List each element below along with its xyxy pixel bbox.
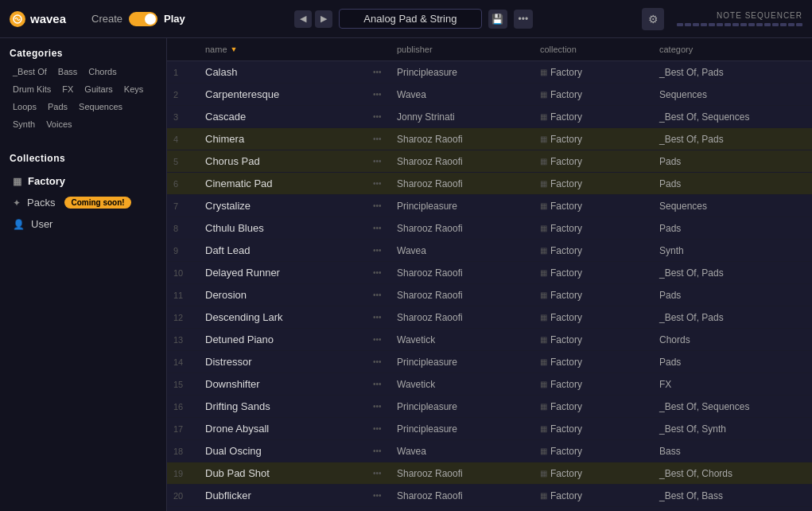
th-name[interactable]: name ▼ (199, 45, 367, 54)
seq-dot (709, 23, 715, 26)
category-tag[interactable]: Bass (55, 65, 80, 78)
row-more-button[interactable]: ••• (367, 423, 390, 435)
category-tag[interactable]: FX (59, 83, 76, 96)
category-tag[interactable]: Synth (10, 118, 38, 131)
row-more-button[interactable]: ••• (367, 356, 390, 368)
table-row[interactable]: 11 Derosion ••• Sharooz Raoofi ▦Factory … (167, 284, 812, 306)
packs-icon: ✦ (13, 197, 21, 209)
row-more-button[interactable]: ••• (367, 133, 390, 145)
table-row[interactable]: 12 Descending Lark ••• Sharooz Raoofi ▦F… (167, 306, 812, 329)
table-row[interactable]: 16 Drifting Sands ••• Principleasure ▦Fa… (167, 396, 812, 418)
seq-dot (780, 23, 787, 26)
table-row[interactable]: 7 Crystalize ••• Principleasure ▦Factory… (167, 195, 812, 217)
table-row[interactable]: 4 Chimera ••• Sharooz Raoofi ▦Factory _B… (167, 128, 812, 150)
category-tag[interactable]: Drum Kits (10, 83, 54, 96)
table-row[interactable]: 1 Calash ••• Principleasure ▦Factory _Be… (167, 61, 812, 84)
row-more-button[interactable]: ••• (367, 66, 390, 78)
category-tag[interactable]: _Best Of (10, 65, 50, 78)
collection-item-packs[interactable]: ✦PacksComing soon! (10, 192, 157, 213)
table-row[interactable]: 20 Dubflicker ••• Sharooz Raoofi ▦Factor… (167, 485, 812, 507)
collection-icon: ▦ (540, 157, 547, 166)
table-row[interactable]: 3 Cascade ••• Jonny Strinati ▦Factory _B… (167, 106, 812, 128)
row-more-button[interactable]: ••• (367, 378, 390, 390)
row-more-button[interactable]: ••• (367, 400, 390, 412)
more-options-button[interactable]: ••• (514, 10, 533, 29)
row-category: Pads (653, 177, 812, 189)
row-collection: ▦Factory (534, 177, 653, 189)
seq-dot (701, 23, 707, 26)
row-number: 16 (167, 400, 199, 412)
table-row[interactable]: 5 Chorus Pad ••• Sharooz Raoofi ▦Factory… (167, 150, 812, 173)
table-row[interactable]: 14 Distressor ••• Principleasure ▦Factor… (167, 351, 812, 373)
row-more-button[interactable]: ••• (367, 445, 390, 457)
category-tag[interactable]: Loops (10, 100, 40, 113)
table-row[interactable]: 19 Dub Pad Shot ••• Sharooz Raoofi ▦Fact… (167, 462, 812, 485)
table-row[interactable]: 2 Carpenteresque ••• Wavea ▦Factory Sequ… (167, 84, 812, 106)
category-tag[interactable]: Pads (45, 100, 71, 113)
row-more-button[interactable]: ••• (367, 289, 390, 301)
collections-list: ▦Factory✦PacksComing soon!👤User (10, 170, 157, 235)
row-more-button[interactable]: ••• (367, 334, 390, 345)
category-tag[interactable]: Chords (85, 65, 119, 78)
content-area: name ▼ publisher collection category 1 C… (167, 38, 812, 511)
table-row[interactable]: 8 Cthulu Blues ••• Sharooz Raoofi ▦Facto… (167, 217, 812, 240)
collection-icon: ▦ (540, 402, 547, 411)
row-name: Calash (199, 66, 367, 78)
row-collection: ▦Factory (534, 222, 653, 234)
row-collection: ▦Factory (534, 490, 653, 501)
row-category: _Best Of, Pads (653, 66, 812, 78)
table-row[interactable]: 13 Detuned Piano ••• Wavetick ▦Factory C… (167, 329, 812, 351)
row-number: 3 (167, 111, 199, 123)
collection-icon: ▦ (540, 447, 547, 455)
row-more-button[interactable]: ••• (367, 111, 390, 123)
row-more-button[interactable]: ••• (367, 155, 390, 167)
row-more-button[interactable]: ••• (367, 267, 390, 279)
row-number: 17 (167, 423, 199, 435)
table-row[interactable]: 10 Delayed Runner ••• Sharooz Raoofi ▦Fa… (167, 262, 812, 284)
collection-icon: ▦ (540, 424, 547, 433)
row-number: 12 (167, 311, 199, 323)
settings-button[interactable]: ⚙ (642, 8, 664, 30)
table-row[interactable]: 17 Drone Abysall ••• Principleasure ▦Fac… (167, 418, 812, 440)
category-tag[interactable]: Voices (43, 118, 75, 131)
row-publisher: Principleasure (390, 200, 534, 212)
prev-preset-button[interactable]: ◀ (294, 10, 312, 28)
category-tag[interactable]: Keys (121, 83, 146, 96)
row-name: Downshifter (199, 378, 367, 390)
row-name: Drifting Sands (199, 400, 367, 412)
row-name: Chorus Pad (199, 155, 367, 167)
create-play-toggle[interactable] (129, 12, 157, 26)
collection-item-user[interactable]: 👤User (10, 213, 157, 235)
collection-icon: ▦ (540, 179, 547, 188)
app-name: wavea (30, 12, 66, 25)
table-row[interactable]: 9 Daft Lead ••• Wavea ▦Factory Synth (167, 240, 812, 262)
category-tag[interactable]: Guitars (81, 83, 115, 96)
transport-bar: ◀ ▶ Analog Pad & String 💾 ••• (198, 9, 629, 29)
row-name: Delayed Runner (199, 267, 367, 279)
next-preset-button[interactable]: ▶ (315, 10, 332, 28)
play-button[interactable]: Play (164, 13, 185, 25)
category-tag[interactable]: Sequences (76, 100, 126, 113)
row-more-button[interactable]: ••• (367, 222, 390, 234)
row-more-button[interactable]: ••• (367, 244, 390, 256)
table-row[interactable]: 6 Cinematic Pad ••• Sharooz Raoofi ▦Fact… (167, 173, 812, 195)
table-row[interactable]: 21 Dubopolis ••• Jonny Strinati ▦Factory… (167, 507, 812, 511)
row-category: Pads (653, 222, 812, 234)
table-row[interactable]: 15 Downshifter ••• Wavetick ▦Factory FX (167, 373, 812, 396)
collection-item-factory[interactable]: ▦Factory (10, 170, 157, 192)
table-row[interactable]: 18 Dual Oscing ••• Wavea ▦Factory Bass (167, 440, 812, 462)
row-category: _Best Of, Pads (653, 311, 812, 323)
seq-dot (764, 23, 771, 26)
row-more-button[interactable]: ••• (367, 490, 390, 501)
row-more-button[interactable]: ••• (367, 311, 390, 323)
save-preset-button[interactable]: 💾 (488, 10, 507, 29)
row-more-button[interactable]: ••• (367, 200, 390, 212)
row-more-button[interactable]: ••• (367, 177, 390, 189)
row-more-button[interactable]: ••• (367, 467, 390, 479)
row-publisher: Principleasure (390, 66, 534, 78)
row-more-button[interactable]: ••• (367, 88, 390, 100)
note-sequencer: NOTE SEQUENCER (677, 11, 802, 26)
row-category: Synth (653, 244, 812, 256)
row-collection: ▦Factory (534, 334, 653, 345)
create-button[interactable]: Create (91, 13, 122, 25)
